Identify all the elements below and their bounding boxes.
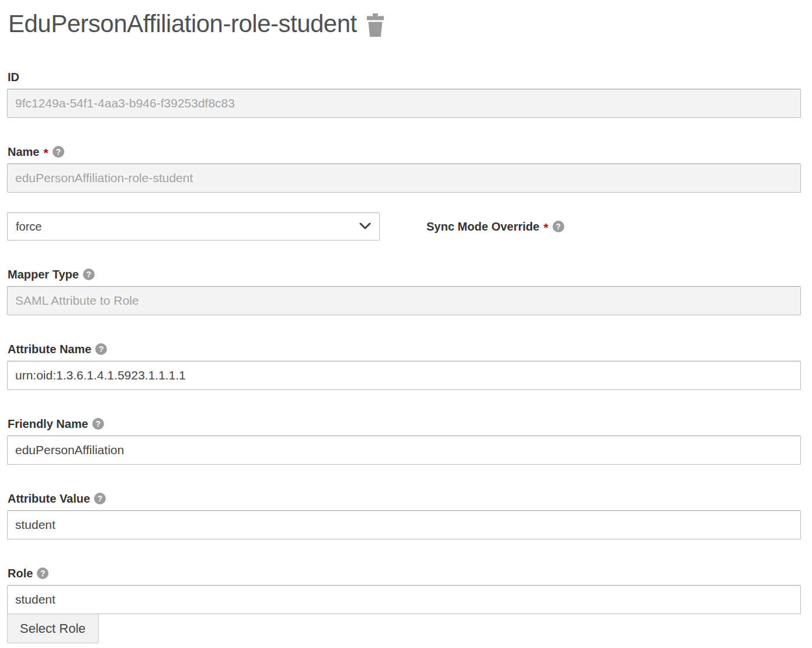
delete-mapper-button[interactable] <box>366 13 384 39</box>
mapper-type-label: Mapper Type <box>8 267 801 281</box>
role-label: Role <box>8 566 801 580</box>
form-group-name: Name * <box>7 145 801 193</box>
required-indicator: * <box>543 221 548 235</box>
mapper-edit-page: EduPersonAffiliation-role-student ID Nam… <box>0 0 812 643</box>
mapper-type-label-text: Mapper Type <box>8 267 79 281</box>
form-group-attribute-name: Attribute Name <box>7 342 801 390</box>
attribute-value-label: Attribute Value <box>8 492 801 506</box>
friendly-name-help-icon[interactable] <box>92 418 104 430</box>
role-label-text: Role <box>8 566 33 580</box>
friendly-name-label: Friendly Name <box>8 417 801 431</box>
id-label-text: ID <box>8 70 19 84</box>
form-group-id: ID <box>7 70 801 118</box>
select-role-button[interactable]: Select Role <box>7 614 99 643</box>
attribute-name-help-icon[interactable] <box>95 343 107 355</box>
form-group-mapper-type: Mapper Type <box>7 267 801 315</box>
form-group-sync-mode: force Sync Mode Override * <box>7 212 801 241</box>
page-header: EduPersonAffiliation-role-student <box>7 4 801 42</box>
form-group-attribute-value: Attribute Value <box>7 492 801 539</box>
id-label: ID <box>8 70 801 84</box>
attribute-value-label-text: Attribute Value <box>8 492 90 506</box>
sync-mode-select-wrap: force <box>7 212 380 241</box>
attribute-value-help-icon[interactable] <box>94 493 106 504</box>
friendly-name-input[interactable] <box>7 436 801 465</box>
name-help-icon[interactable] <box>53 146 64 158</box>
attribute-name-label-text: Attribute Name <box>8 342 91 356</box>
required-indicator: * <box>43 146 48 160</box>
sync-mode-label: Sync Mode Override * <box>426 220 564 234</box>
mapper-type-help-icon[interactable] <box>83 269 95 280</box>
sync-mode-select[interactable]: force <box>7 212 380 241</box>
mapper-type-input <box>7 286 801 315</box>
page-title: EduPersonAffiliation-role-student <box>8 6 357 42</box>
attribute-value-input[interactable] <box>7 510 801 539</box>
attribute-name-input[interactable] <box>7 361 801 390</box>
name-label: Name * <box>8 145 801 159</box>
sync-mode-help-icon[interactable] <box>553 221 564 232</box>
name-label-text: Name <box>8 145 39 159</box>
name-input <box>7 163 801 193</box>
friendly-name-label-text: Friendly Name <box>8 417 88 431</box>
sync-mode-label-text: Sync Mode Override <box>426 220 539 234</box>
role-input[interactable] <box>7 585 801 614</box>
attribute-name-label: Attribute Name <box>8 342 801 356</box>
id-input <box>7 89 801 118</box>
role-help-icon[interactable] <box>37 567 48 579</box>
form-group-role: Role Select Role <box>7 566 801 643</box>
trash-icon <box>366 13 384 39</box>
form-group-friendly-name: Friendly Name <box>7 417 801 465</box>
